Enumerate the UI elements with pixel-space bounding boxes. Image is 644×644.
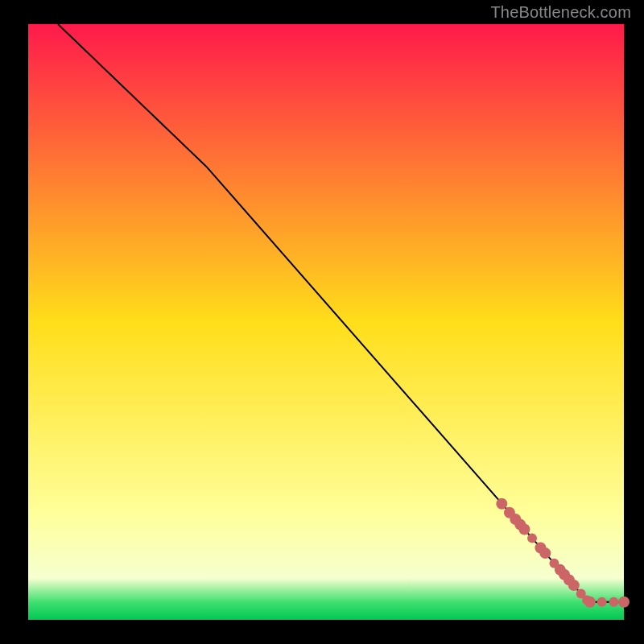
marker-dot: [518, 524, 530, 535]
marker-dot: [496, 498, 507, 510]
marker-dot: [609, 597, 618, 607]
marker-dot: [597, 597, 607, 607]
marker-dot: [539, 547, 551, 559]
marker-dot: [618, 597, 630, 608]
chart-frame: TheBottleneck.com: [0, 0, 644, 644]
marker-dot: [527, 534, 537, 543]
marker-dot: [584, 597, 596, 608]
plot-background: [28, 24, 624, 620]
marker-dot: [568, 580, 580, 591]
chart-canvas: [0, 0, 644, 644]
